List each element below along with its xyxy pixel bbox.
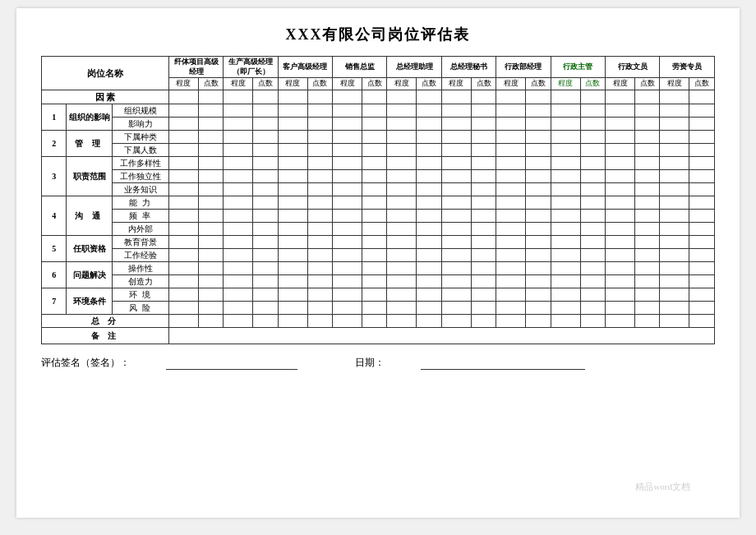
col-header-7: 行政主管 (551, 57, 605, 78)
sub-hdr: 程度 (224, 78, 253, 90)
cat7-item1-row: 7 环境条件 环 境 (42, 288, 715, 302)
signature-section: 评估签名（签名）： 日期： (41, 356, 715, 370)
sub-hdr: 程度 (333, 78, 362, 90)
date-field[interactable] (421, 357, 585, 370)
sub-hdr: 程度 (168, 78, 198, 90)
page-title: XXX有限公司岗位评估表 (41, 25, 715, 44)
sub-hdr: 点数 (526, 78, 551, 90)
cat3-num: 3 (42, 157, 67, 196)
sub-hdr: 点数 (253, 78, 278, 90)
date-label: 日期： (355, 356, 385, 370)
cat4-item3: 内外部 (112, 223, 168, 236)
cat6-item1: 操作性 (112, 262, 168, 275)
col-header-2: 客户高级经理 (278, 57, 332, 78)
cat1-num: 1 (42, 104, 67, 131)
sub-hdr: 点数 (471, 78, 496, 90)
cat3-item3-row: 业务知识 (42, 183, 715, 196)
cat1-label: 组织的影响 (67, 104, 112, 131)
sub-hdr: 程度 (551, 78, 580, 90)
cat1-item2-row: 影响力 (42, 118, 715, 131)
cat2-item1-row: 2 管 理 下属种类 (42, 131, 715, 144)
cat3-item3: 业务知识 (112, 183, 168, 196)
cat5-item1: 教育背景 (112, 236, 168, 249)
evaluation-table: 岗位名称 纤体项目高级经理 生产高级经理（即厂长） 客户高级经理 销售总监 总经… (41, 56, 715, 344)
cat1-item1: 组织规模 (112, 104, 168, 118)
cat5-item2-row: 工作经验 (42, 249, 715, 262)
sub-hdr: 点数 (198, 78, 223, 90)
sub-hdr: 点数 (362, 78, 387, 90)
col-header-6: 行政部经理 (496, 57, 551, 78)
total-label: 总 分 (42, 315, 169, 328)
cat7-item1: 环 境 (112, 288, 168, 302)
sub-hdr: 点数 (580, 78, 605, 90)
signature-field[interactable] (166, 357, 297, 370)
cat1-item2: 影响力 (112, 118, 168, 131)
sub-hdr: 程度 (660, 78, 689, 90)
sub-hdr: 点数 (689, 78, 715, 90)
col-header-8: 行政文员 (606, 57, 660, 78)
cat5-num: 5 (42, 236, 67, 262)
cat3-item1: 工作多样性 (112, 157, 168, 170)
cat2-item2: 下属人数 (112, 144, 168, 157)
total-row: 总 分 (42, 315, 715, 328)
remark-row: 备 注 (42, 328, 715, 344)
cat7-num: 7 (42, 288, 67, 315)
cat3-label: 职责范围 (67, 157, 112, 196)
cat4-item1: 能 力 (112, 196, 168, 210)
sub-hdr: 点数 (417, 78, 441, 90)
cat6-item2-row: 创造力 (42, 275, 715, 288)
col-header-1: 生产高级经理（即厂长） (224, 57, 278, 78)
cat4-label: 沟 通 (67, 196, 112, 236)
cat5-item2: 工作经验 (112, 249, 168, 262)
page-container: XXX有限公司岗位评估表 岗位名称 纤体项目高级经理 生产高级经理（即厂长） 客… (16, 8, 740, 518)
cat4-item2: 频 率 (112, 210, 168, 223)
sub-hdr: 程度 (496, 78, 526, 90)
cat4-item3-row: 内外部 (42, 223, 715, 236)
cat2-label: 管 理 (67, 131, 112, 157)
factors-label: 因 素 (42, 90, 169, 104)
sub-hdr: 程度 (441, 78, 471, 90)
cat7-label: 环境条件 (67, 288, 112, 315)
cat6-item2: 创造力 (112, 275, 168, 288)
cat7-item2: 风 险 (112, 302, 168, 315)
cat3-item2: 工作独立性 (112, 170, 168, 183)
col-header-0: 纤体项目高级经理 (168, 57, 223, 78)
col-header-3: 销售总监 (333, 57, 387, 78)
factor-header-row: 因 素 (42, 90, 715, 104)
cat6-num: 6 (42, 262, 67, 288)
col-header-9: 劳资专员 (660, 57, 715, 78)
cat2-item2-row: 下属人数 (42, 144, 715, 157)
header-row-1: 岗位名称 纤体项目高级经理 生产高级经理（即厂长） 客户高级经理 销售总监 总经… (42, 57, 715, 78)
sub-hdr: 程度 (387, 78, 417, 90)
sub-hdr: 程度 (278, 78, 307, 90)
cat4-item1-row: 4 沟 通 能 力 (42, 196, 715, 210)
cat7-item2-row: 风 险 (42, 302, 715, 315)
remark-label: 备 注 (42, 328, 169, 344)
cat3-item1-row: 3 职责范围 工作多样性 (42, 157, 715, 170)
cat5-item1-row: 5 任职资格 教育背景 (42, 236, 715, 249)
cat6-item1-row: 6 问题解决 操作性 (42, 262, 715, 275)
cat2-num: 2 (42, 131, 67, 157)
cat2-item1: 下属种类 (112, 131, 168, 144)
watermark: 精品word文档 (635, 481, 690, 493)
cat1-item1-row: 1 组织的影响 组织规模 (42, 104, 715, 118)
cat4-item2-row: 频 率 (42, 210, 715, 223)
col-header-5: 总经理秘书 (441, 57, 496, 78)
cat6-label: 问题解决 (67, 262, 112, 288)
sub-hdr: 程度 (606, 78, 635, 90)
sub-hdr: 点数 (307, 78, 332, 90)
cat5-label: 任职资格 (67, 236, 112, 262)
col-header-4: 总经理助理 (387, 57, 441, 78)
cat3-item2-row: 工作独立性 (42, 170, 715, 183)
cat4-num: 4 (42, 196, 67, 236)
position-label-cell: 岗位名称 (42, 57, 169, 90)
signature-label: 评估签名（签名）： (41, 356, 130, 370)
sub-hdr: 点数 (635, 78, 660, 90)
